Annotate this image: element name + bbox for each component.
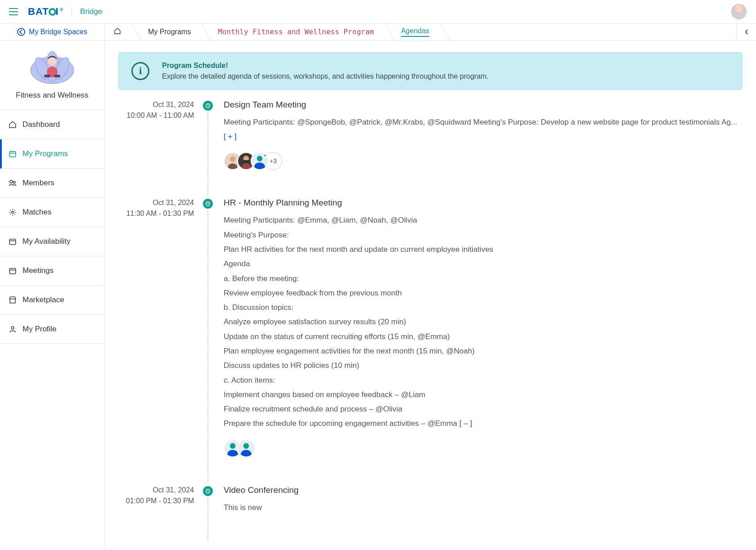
agenda-description: Meeting Participants: @Emma, @Liam, @Noa…	[224, 213, 742, 431]
gear-icon	[8, 208, 17, 217]
svg-point-14	[11, 326, 14, 329]
agenda-line: Discuss updates to HR policies (10 min)	[224, 358, 742, 373]
sidebar-item-profile[interactable]: My Profile	[0, 315, 104, 344]
agenda-line: Prepare the schedule for upcoming engage…	[224, 419, 457, 428]
agenda-line: Meeting's Purpose:	[224, 228, 742, 242]
avatar[interactable]	[251, 152, 269, 170]
home-icon	[114, 27, 121, 36]
avatar[interactable]	[237, 439, 255, 457]
participant-avatars: +3	[224, 152, 742, 170]
sidebar-item-my-programs[interactable]: My Programs	[0, 139, 104, 169]
user-avatar[interactable]	[731, 4, 747, 20]
info-banner: i Program Schedule! Explore the detailed…	[118, 52, 742, 90]
info-icon: i	[131, 62, 149, 80]
space-title: Fitness and Wellness	[4, 91, 100, 100]
sidebar-item-label: My Profile	[22, 325, 57, 334]
svg-point-9	[10, 180, 13, 183]
breadcrumb-label: My Programs	[148, 28, 191, 36]
svg-point-25	[230, 443, 236, 449]
sidebar-item-marketplace[interactable]: Marketplace	[0, 286, 104, 315]
breadcrumb-bar: My Programs Monthly Fitness and Wellness…	[105, 24, 756, 40]
sidebar-item-label: Meetings	[22, 266, 54, 275]
svg-point-10	[14, 181, 16, 183]
breadcrumb-program-name[interactable]: Monthly Fitness and Wellness Program	[202, 24, 386, 40]
brand-logo[interactable]: BATI® Bridge	[28, 6, 102, 18]
expand-button[interactable]: [ + ]	[224, 132, 237, 141]
agenda-line: c. Action items:	[224, 373, 742, 388]
svg-rect-13	[9, 268, 16, 274]
sidebar-item-members[interactable]: Members	[0, 169, 104, 198]
agenda-line: Analyze employee satisfaction survey res…	[224, 315, 742, 329]
top-bar: BATI® Bridge	[0, 0, 756, 24]
agenda-description: This is new	[224, 501, 742, 515]
breadcrumb-current[interactable]: Agendas	[386, 24, 441, 40]
breadcrumb-home[interactable]	[105, 24, 133, 40]
logo-text: BAT	[28, 6, 49, 17]
sidebar-item-label: Members	[22, 179, 54, 188]
agenda-summary: Meeting Participants: @SpongeBob, @Patri…	[224, 118, 737, 126]
app-name: Bridge	[80, 7, 102, 16]
agenda-title: Design Team Meeting	[224, 100, 742, 110]
logo-text: I	[56, 6, 59, 17]
agenda-line: Plan employee engagement activities for …	[224, 344, 742, 358]
banner-desc: Explore the detailed agenda of sessions,…	[162, 72, 489, 80]
sidebar-item-matches[interactable]: Matches	[0, 198, 104, 227]
svg-point-22	[257, 156, 263, 162]
sidebar-item-label: Matches	[22, 208, 51, 217]
sidebar-item-label: My Availability	[22, 237, 70, 246]
space-illustration	[29, 49, 76, 85]
overflow-count: +3	[270, 157, 277, 165]
svg-rect-12	[9, 239, 16, 245]
menu-toggle-icon[interactable]	[9, 8, 18, 15]
clock-icon	[203, 199, 213, 209]
agenda-time: 01:00 PM - 01:30 PM	[118, 497, 194, 505]
sidebar-item-label: Dashboard	[22, 120, 60, 129]
logo-reg: ®	[60, 7, 63, 12]
agenda-date: Oct 31, 2024	[118, 101, 194, 109]
collapse-button[interactable]: [ – ]	[459, 419, 472, 428]
clock-icon	[203, 486, 213, 496]
agenda-line: Plan HR activities for the next month an…	[224, 242, 742, 257]
clock-icon	[203, 101, 213, 111]
users-icon	[8, 179, 17, 188]
agenda-line: b. Discussion topics:	[224, 300, 742, 315]
agenda-summary: This is new	[224, 503, 262, 512]
svg-point-11	[12, 211, 14, 214]
calendar-icon	[8, 266, 17, 275]
sidebar-nav: Dashboard My Programs Members Matches My…	[0, 110, 104, 344]
calendar-icon	[8, 237, 17, 246]
sidebar-item-dashboard[interactable]: Dashboard	[0, 110, 104, 139]
agenda-date: Oct 31, 2024	[118, 199, 194, 207]
sidebar-item-label: Marketplace	[22, 295, 64, 304]
sidebar-item-meetings[interactable]: Meetings	[0, 256, 104, 286]
agenda-description: Meeting Participants: @SpongeBob, @Patri…	[224, 115, 742, 144]
agenda-item: Oct 31, 2024 01:00 PM - 01:30 PM Video C…	[118, 484, 742, 542]
agenda-item: Oct 31, 2024 11:30 AM - 01:30 PM HR - Mo…	[118, 197, 742, 484]
agenda-timeline: Oct 31, 2024 10:00 AM - 11:00 AM Design …	[118, 99, 742, 542]
sidebar: My Bridge Spaces Fitne	[0, 24, 105, 550]
agenda-line: Implement changes based on employee feed…	[224, 388, 742, 402]
agenda-line: Meeting Participants: @Emma, @Liam, @Noa…	[224, 213, 742, 228]
agenda-line: Finalize recruitment schedule and proces…	[224, 402, 742, 416]
sidebar-item-label: My Programs	[22, 149, 68, 158]
store-icon	[8, 295, 17, 304]
back-to-spaces[interactable]: My Bridge Spaces	[0, 24, 104, 40]
home-icon	[8, 120, 17, 129]
agenda-time: 10:00 AM - 11:00 AM	[118, 112, 194, 120]
agenda-item: Oct 31, 2024 10:00 AM - 11:00 AM Design …	[118, 99, 742, 197]
banner-title: Program Schedule!	[162, 62, 489, 70]
agenda-line: Review employee feedback from the previo…	[224, 286, 742, 300]
svg-rect-7	[54, 75, 60, 77]
back-label: My Bridge Spaces	[29, 28, 87, 36]
agenda-line: Update on the status of current recruiti…	[224, 330, 742, 344]
agenda-line: Agenda	[224, 257, 742, 271]
svg-rect-20	[243, 161, 249, 163]
agenda-title: HR - Monthly Planning Meeting	[224, 198, 742, 208]
agenda-time: 11:30 AM - 01:30 PM	[118, 210, 194, 218]
breadcrumb-label: Agendas	[401, 27, 429, 37]
collapse-panel-button[interactable]	[736, 24, 756, 40]
user-icon	[8, 325, 17, 334]
arrow-left-icon	[17, 28, 25, 36]
breadcrumb-programs[interactable]: My Programs	[133, 24, 202, 40]
sidebar-item-availability[interactable]: My Availability	[0, 227, 104, 256]
